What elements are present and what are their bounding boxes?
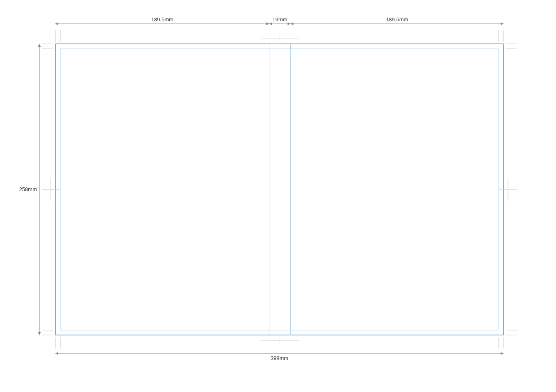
svg-rect-0 bbox=[55, 44, 504, 335]
cover-template-diagram: 189.5mm 19mm 189.5mm 258mm 398mm bbox=[0, 0, 556, 392]
svg-marker-29 bbox=[55, 23, 58, 25]
svg-marker-35 bbox=[291, 23, 294, 25]
svg-marker-30 bbox=[267, 23, 269, 25]
dim-right-panel: 189.5mm bbox=[386, 16, 408, 23]
dim-spine: 19mm bbox=[272, 16, 287, 23]
dim-left-panel: 189.5mm bbox=[151, 16, 173, 23]
svg-marker-39 bbox=[38, 332, 41, 335]
dim-total-width: 398mm bbox=[271, 355, 288, 361]
svg-marker-32 bbox=[269, 23, 272, 25]
svg-marker-36 bbox=[501, 23, 504, 25]
svg-rect-1 bbox=[60, 49, 499, 330]
svg-marker-33 bbox=[288, 23, 291, 25]
svg-marker-42 bbox=[501, 352, 504, 355]
svg-marker-41 bbox=[55, 352, 58, 355]
dim-height: 258mm bbox=[19, 186, 37, 192]
svg-marker-38 bbox=[38, 44, 41, 47]
